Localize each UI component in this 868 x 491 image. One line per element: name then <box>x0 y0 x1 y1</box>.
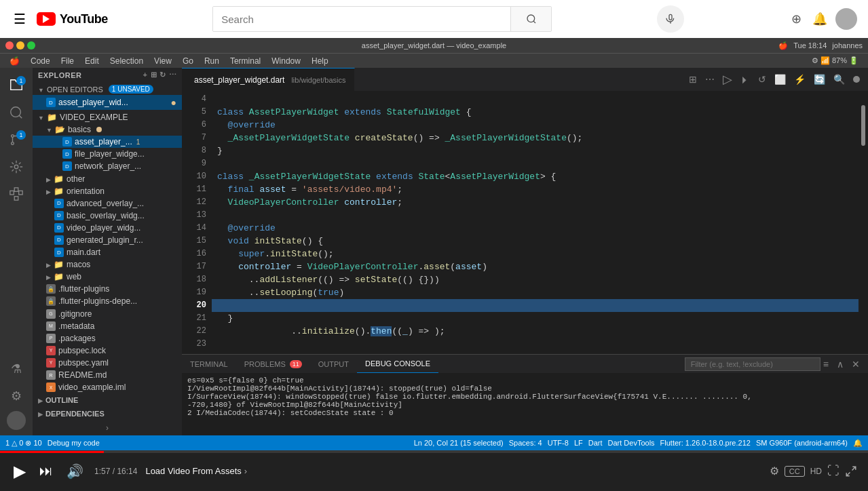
debug-btn[interactable]: ⏵ <box>738 73 753 86</box>
folder-web[interactable]: 📁 web <box>33 271 182 283</box>
file-advanced-overlay[interactable]: D advanced_overlay_... <box>33 197 182 210</box>
zoom-btn[interactable]: 🔍 <box>831 73 848 86</box>
file-packages[interactable]: P .packages <box>33 332 182 345</box>
file-metadata[interactable]: M .metadata <box>33 320 182 332</box>
file-video-example-iml[interactable]: X video_example.iml <box>33 381 182 393</box>
menu-selection[interactable]: Selection <box>105 54 149 68</box>
panel-filter-input[interactable] <box>685 357 820 371</box>
file-basic-overlay[interactable]: D basic_overlay_widg... <box>33 210 182 222</box>
file-flutter-plugins-deps[interactable]: 🔒 .flutter-plugins-depe... <box>33 295 182 307</box>
activity-extensions[interactable] <box>4 182 29 206</box>
notifications-icon[interactable]: 🔔 <box>810 9 830 29</box>
expand-icon[interactable] <box>845 465 857 477</box>
player-settings-icon[interactable]: ⚙ <box>770 465 779 477</box>
panel-tab-terminal[interactable]: TERMINAL <box>182 355 236 373</box>
stop-btn[interactable]: ⬜ <box>772 73 789 86</box>
file-video-player[interactable]: D video_player_widg... <box>33 222 182 234</box>
microphone-button[interactable] <box>657 5 684 33</box>
hamburger-menu-icon[interactable]: ☰ <box>11 8 29 30</box>
panel-tab-output[interactable]: OUTPUT <box>310 355 357 373</box>
cc-button[interactable]: CC <box>785 466 805 477</box>
folder-orientation[interactable]: 📁 orientation <box>33 185 182 197</box>
status-notifications[interactable]: 🔔 <box>853 439 863 448</box>
new-file-icon[interactable]: + <box>143 71 148 79</box>
file-flutter-plugins[interactable]: 🔒 .flutter-plugins <box>33 283 182 295</box>
split-editor-btn[interactable]: ⊞ <box>686 73 700 86</box>
search-input[interactable] <box>213 7 510 31</box>
hot-reload-btn[interactable]: ⚡ <box>791 73 808 86</box>
status-language[interactable]: Dart <box>588 439 603 447</box>
panel-list-btn[interactable]: ≡ <box>820 357 831 371</box>
mac-close-button[interactable] <box>5 41 14 50</box>
file-generated-plugin[interactable]: D generated_plugin_r... <box>33 234 182 246</box>
code-editor[interactable]: 4 5 6 7 8 9 10 11 12 13 14 15 16 17 <box>182 92 868 354</box>
status-spaces[interactable]: Spaces: 4 <box>509 439 542 447</box>
next-button[interactable]: ⏭ <box>37 460 56 482</box>
menu-help[interactable]: Help <box>306 54 334 68</box>
activity-search[interactable] <box>4 100 29 125</box>
file-pubspec-yaml[interactable]: Y pubspec.yaml <box>33 357 182 369</box>
activity-source-control[interactable]: 1 <box>4 127 29 152</box>
new-folder-icon[interactable]: ⊞ <box>151 71 157 79</box>
folder-video-example[interactable]: 📁 VIDEO_EXAMPLE <box>33 111 182 123</box>
status-flutter-version[interactable]: Flutter: 1.26.0-18.0.pre.212 <box>660 439 751 447</box>
folder-macos[interactable]: 📁 macos <box>33 258 182 271</box>
run-btn[interactable]: ▷ <box>720 71 735 88</box>
user-avatar[interactable] <box>835 8 857 30</box>
menu-view[interactable]: View <box>149 54 177 68</box>
open-editors-header[interactable]: OPEN EDITORS 1 UNSAVED <box>33 83 182 95</box>
sidebar-explorer-header[interactable]: EXPLORER + ⊞ ↻ ⋯ <box>33 68 182 82</box>
panel-up-btn[interactable]: ∧ <box>834 357 846 371</box>
minimap-scrollbar[interactable] <box>861 105 865 146</box>
hd-icon[interactable]: HD <box>810 467 822 476</box>
file-main-dart[interactable]: D main.dart <box>33 246 182 258</box>
open-editor-item-asset-player[interactable]: D asset_player_wid... ● <box>33 95 182 110</box>
activity-explorer[interactable]: 1 <box>4 73 29 98</box>
panel-close-btn[interactable]: ✕ <box>849 357 863 371</box>
collapse-icon[interactable]: ⋯ <box>169 71 177 79</box>
outline-header[interactable]: OUTLINE <box>33 393 182 407</box>
file-file-player[interactable]: D file_player_widge... <box>33 148 182 160</box>
activity-settings[interactable]: ⚙ <box>4 384 29 408</box>
folder-other[interactable]: 📁 other <box>33 172 182 184</box>
file-readme[interactable]: R README.md <box>33 369 182 381</box>
mac-minimize-button[interactable] <box>16 41 24 50</box>
refresh-icon[interactable]: ↻ <box>159 71 166 79</box>
deps-header[interactable]: DEPENDENCIES <box>33 407 182 420</box>
upload-icon[interactable]: ⊕ <box>789 9 804 29</box>
menu-apple[interactable]: 🍎 <box>4 54 25 68</box>
folder-basics[interactable]: 📂 basics <box>33 123 182 136</box>
fullscreen-button[interactable]: ⛶ <box>827 464 839 478</box>
tab-asset-player[interactable]: asset_player_widget.dart lib/widget/basi… <box>182 68 355 91</box>
activity-flask[interactable]: ⚗ <box>4 357 29 381</box>
menu-window[interactable]: Window <box>266 54 306 68</box>
menu-file[interactable]: File <box>56 54 79 68</box>
mac-maximize-button[interactable] <box>27 41 35 50</box>
status-position[interactable]: Ln 20, Col 21 (15 selected) <box>414 439 504 447</box>
search-button[interactable] <box>510 7 551 31</box>
menu-run[interactable]: Run <box>199 54 225 68</box>
sidebar-collapse-btn[interactable]: › <box>33 420 182 435</box>
file-pubspec-lock[interactable]: Y pubspec.lock <box>33 345 182 357</box>
progress-bar-track[interactable] <box>0 451 868 453</box>
panel-tab-problems[interactable]: PROBLEMS 11 <box>236 355 310 373</box>
file-gitignore[interactable]: G .gitignore <box>33 308 182 320</box>
menu-code[interactable]: Code <box>25 54 56 68</box>
menu-terminal[interactable]: Terminal <box>225 54 266 68</box>
hot-restart-btn[interactable]: 🔄 <box>811 73 828 86</box>
file-network-player[interactable]: D network_player_... <box>33 160 182 172</box>
status-encoding[interactable]: UTF-8 <box>548 439 569 447</box>
activity-avatar[interactable] <box>7 411 26 430</box>
panel-tab-debug-console[interactable]: DEBUG CONSOLE <box>357 355 438 373</box>
menu-go[interactable]: Go <box>177 54 199 68</box>
play-button[interactable]: ▶ <box>11 459 29 484</box>
code-content[interactable]: class AssetPlayerWidget extends Stateful… <box>212 92 858 354</box>
file-asset-player[interactable]: D asset_player_... 1 <box>33 136 182 148</box>
status-line-ending[interactable]: LF <box>574 439 583 447</box>
restart-btn[interactable]: ↺ <box>755 73 769 86</box>
more-actions-btn[interactable]: ⋯ <box>702 73 717 86</box>
youtube-logo[interactable]: YouTube <box>37 12 108 26</box>
status-devtools[interactable]: Dart DevTools <box>608 439 655 447</box>
volume-button[interactable]: 🔊 <box>64 460 86 482</box>
status-debug[interactable]: Debug my code <box>48 439 100 447</box>
